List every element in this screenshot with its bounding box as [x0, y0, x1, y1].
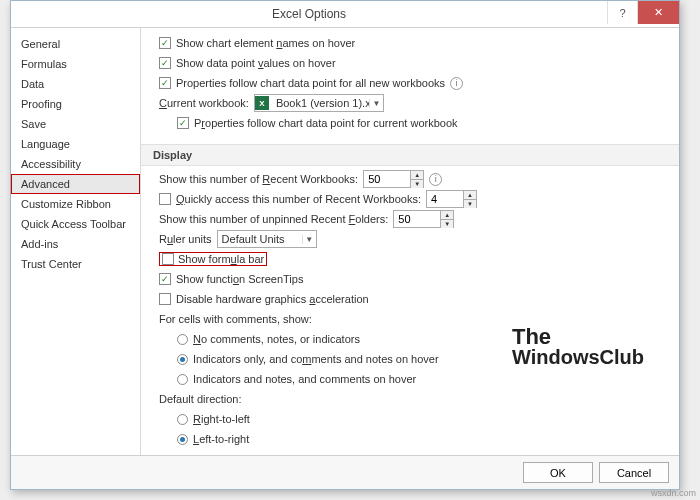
recent-workbooks-input[interactable] — [363, 170, 411, 188]
opt-label: Right-to-left — [193, 413, 250, 425]
ok-button[interactable]: OK — [523, 462, 593, 483]
direction-label: Default direction: — [159, 393, 242, 405]
recent-folders-input[interactable] — [393, 210, 441, 228]
sidebar-item-language[interactable]: Language — [11, 134, 140, 154]
chart-element-names-label: Show chart element names on hover — [176, 37, 355, 49]
opt-label: Indicators and notes, and comments on ho… — [193, 373, 416, 385]
current-workbook-label: Current workbook: — [159, 97, 249, 109]
comments-notes-radio[interactable] — [177, 374, 188, 385]
opt-label: No comments, notes, or indicators — [193, 333, 360, 345]
dialog-footer: OK Cancel — [11, 455, 679, 489]
info-icon[interactable]: i — [450, 77, 463, 90]
spin-up-icon[interactable]: ▲ — [411, 171, 423, 180]
recent-workbooks-spinner[interactable]: ▲▼ — [363, 170, 424, 188]
quick-access-checkbox[interactable] — [159, 193, 171, 205]
show-formula-bar-checkbox[interactable] — [162, 253, 174, 265]
cancel-button[interactable]: Cancel — [599, 462, 669, 483]
source-tag: wsxdn.com — [651, 488, 696, 498]
ruler-units-label: Ruler units — [159, 233, 212, 245]
help-button[interactable]: ? — [607, 1, 637, 24]
ltr-radio[interactable] — [177, 434, 188, 445]
content-pane[interactable]: Show chart element names on hover Show d… — [141, 28, 679, 455]
sidebar-item-save[interactable]: Save — [11, 114, 140, 134]
spin-down-icon[interactable]: ▼ — [411, 180, 423, 188]
sidebar-item-advanced[interactable]: Advanced — [11, 174, 140, 194]
opt-label: Left-to-right — [193, 433, 249, 445]
sidebar-item-accessibility[interactable]: Accessibility — [11, 154, 140, 174]
quick-access-spinner[interactable]: ▲▼ — [426, 190, 477, 208]
excel-options-dialog: Excel Options ? ✕ General Formulas Data … — [10, 0, 680, 490]
show-formula-bar-highlight: Show formula bar — [159, 252, 267, 266]
data-point-values-label: Show data point values on hover — [176, 57, 336, 69]
data-point-values-checkbox[interactable] — [159, 57, 171, 69]
sidebar-item-addins[interactable]: Add-ins — [11, 234, 140, 254]
disable-hw-checkbox[interactable] — [159, 293, 171, 305]
properties-all-label: Properties follow chart data point for a… — [176, 77, 445, 89]
recent-folders-label: Show this number of unpinned Recent Fold… — [159, 213, 388, 225]
sidebar-item-quick-access-toolbar[interactable]: Quick Access Toolbar — [11, 214, 140, 234]
comments-indicators-radio[interactable] — [177, 354, 188, 365]
chevron-down-icon: ▼ — [369, 99, 383, 108]
recent-folders-spinner[interactable]: ▲▼ — [393, 210, 454, 228]
display-group-header: Display — [141, 144, 679, 166]
sidebar-item-data[interactable]: Data — [11, 74, 140, 94]
properties-current-label: Properties follow chart data point for c… — [194, 117, 458, 129]
chevron-down-icon: ▼ — [302, 235, 316, 244]
disable-hw-label: Disable hardware graphics acceleration — [176, 293, 369, 305]
screentips-label: Show function ScreenTips — [176, 273, 303, 285]
quick-access-input[interactable] — [426, 190, 464, 208]
quick-access-label: Quickly access this number of Recent Wor… — [176, 193, 421, 205]
close-button[interactable]: ✕ — [637, 1, 679, 24]
sidebar-item-formulas[interactable]: Formulas — [11, 54, 140, 74]
window-title: Excel Options — [11, 7, 607, 21]
sidebar-item-proofing[interactable]: Proofing — [11, 94, 140, 114]
show-formula-bar-label: Show formula bar — [178, 253, 264, 265]
ruler-units-combo[interactable]: Default Units▼ — [217, 230, 317, 248]
category-sidebar: General Formulas Data Proofing Save Lang… — [11, 28, 141, 455]
sidebar-item-customize-ribbon[interactable]: Customize Ribbon — [11, 194, 140, 214]
recent-workbooks-label: Show this number of Recent Workbooks: — [159, 173, 358, 185]
rtl-radio[interactable] — [177, 414, 188, 425]
info-icon[interactable]: i — [429, 173, 442, 186]
properties-current-checkbox[interactable] — [177, 117, 189, 129]
current-workbook-combo[interactable]: XBook1 (version 1).xl…▼ — [254, 94, 384, 112]
sidebar-item-trust-center[interactable]: Trust Center — [11, 254, 140, 274]
excel-icon: X — [255, 96, 269, 110]
properties-all-checkbox[interactable] — [159, 77, 171, 89]
opt-label: Indicators only, and comments and notes … — [193, 353, 439, 365]
screentips-checkbox[interactable] — [159, 273, 171, 285]
comments-none-radio[interactable] — [177, 334, 188, 345]
sidebar-item-general[interactable]: General — [11, 34, 140, 54]
chart-element-names-checkbox[interactable] — [159, 37, 171, 49]
titlebar: Excel Options ? ✕ — [11, 1, 679, 28]
comments-label: For cells with comments, show: — [159, 313, 312, 325]
